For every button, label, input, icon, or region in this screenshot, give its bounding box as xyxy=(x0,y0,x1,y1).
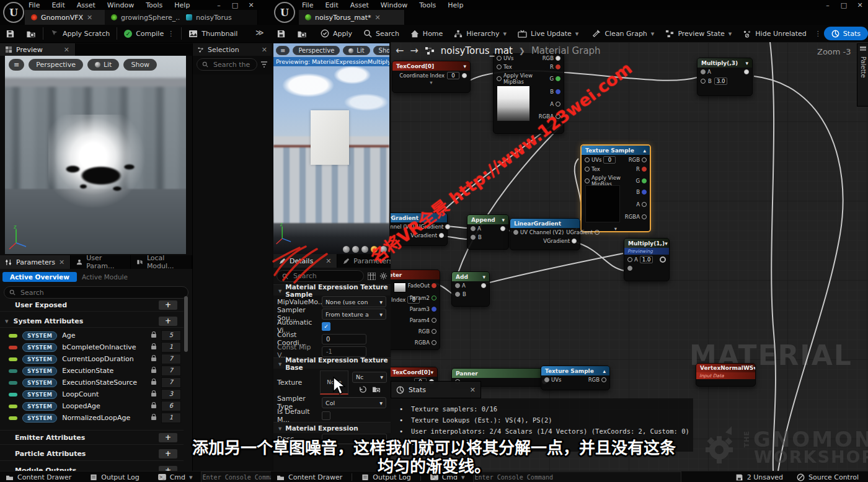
attribute-row[interactable]: SYSTEM bCompleteOnInactive 1 xyxy=(0,341,184,353)
unsaved-indicator[interactable]: * 2 Unsaved xyxy=(730,471,789,482)
const-coordinate-input[interactable]: 0 xyxy=(322,334,366,344)
menu-help[interactable]: Help xyxy=(174,1,190,9)
input-pin-tex[interactable] xyxy=(585,167,590,172)
parameters-tab[interactable]: Parameters ✕ xyxy=(0,255,71,269)
attribute-row[interactable]: SYSTEM ExecutionState 7 xyxy=(0,365,184,377)
output-pin-param2[interactable] xyxy=(432,296,436,300)
browse-asset-button[interactable] xyxy=(20,25,42,42)
cylinder-shape-button[interactable] xyxy=(343,246,350,253)
hide-unrelated-button[interactable]: Hide Unrelated xyxy=(737,25,812,42)
local-modules-tab[interactable]: Local Modul... xyxy=(131,255,192,269)
user-exposed-section[interactable]: User Exposed + xyxy=(0,299,184,312)
attribute-row[interactable]: SYSTEM NormalizedLoopAge 1 xyxy=(0,412,184,424)
output-pin-rgba[interactable] xyxy=(642,214,647,219)
ue-logo[interactable]: U xyxy=(3,2,24,23)
compile-button[interactable]: ✓ Compile ⋮ xyxy=(118,25,180,42)
input-pin-mipbias[interactable] xyxy=(585,178,590,183)
output-pin[interactable] xyxy=(642,157,647,162)
material-preview-viewport[interactable]: ≡ Perspective Lit Show Previewing: Mater… xyxy=(273,43,389,254)
mipvaluemode-dropdown[interactable]: None (use con▾ xyxy=(322,296,386,307)
attribute-row[interactable]: SYSTEM LoopedAge 6 xyxy=(0,400,184,412)
output-pin-ugradient[interactable] xyxy=(595,230,600,235)
input-pin[interactable] xyxy=(497,64,502,69)
chevron-down-icon[interactable]: ▾ xyxy=(278,360,281,367)
automatic-viewmip-checkbox[interactable]: ✓ xyxy=(322,322,330,331)
live-update-button[interactable]: Live Update ▾ xyxy=(512,25,584,42)
selection-search[interactable] xyxy=(197,58,257,71)
output-pin[interactable] xyxy=(744,69,749,74)
maximize-button[interactable]: □ xyxy=(227,1,243,9)
selection-tab[interactable]: Selection ✕ xyxy=(193,43,272,56)
node-texcoord-top[interactable]: TexCoord[0]▾ Coordinate Index0 ▾ xyxy=(392,61,471,93)
node-vertexnormalws[interactable]: VertexNormalWS▾ Input Data xyxy=(696,363,756,387)
chevron-down-icon[interactable]: ▾ xyxy=(482,274,485,280)
menu-edit[interactable]: Edit xyxy=(51,1,64,9)
input-pin-b[interactable] xyxy=(701,79,706,84)
menu-window[interactable]: Window xyxy=(107,1,134,9)
section-material-expression[interactable]: ▾ Material Expression xyxy=(273,422,391,433)
compile-options-icon[interactable]: ⋮ xyxy=(167,30,174,38)
filter-icon[interactable] xyxy=(260,61,268,68)
input-pin[interactable] xyxy=(497,56,502,61)
input-pin-uvchannel[interactable] xyxy=(513,230,518,235)
tab-growingsphere[interactable]: growingSphere_... xyxy=(105,10,192,25)
output-pin-g[interactable] xyxy=(642,178,647,183)
chevron-down-icon[interactable]: ▾ xyxy=(753,365,755,371)
hierarchy-button[interactable]: Hierarchy ▾ xyxy=(448,25,512,42)
stats-button[interactable]: Stats xyxy=(824,27,868,40)
output-pin[interactable] xyxy=(462,73,467,78)
output-pin-rgb[interactable] xyxy=(432,329,436,334)
menu-tools[interactable]: Tools xyxy=(146,1,162,9)
save-button[interactable] xyxy=(271,25,291,42)
node-add[interactable]: Add▾ A B xyxy=(451,271,490,307)
node-append[interactable]: Append▾ A B xyxy=(467,214,509,250)
attribute-row[interactable]: SYSTEM CurrentLoopDuration 7 xyxy=(0,353,184,365)
output-pin[interactable] xyxy=(556,56,560,61)
apply-button[interactable]: Apply xyxy=(315,25,358,42)
toolbar-overflow-chevron[interactable]: ≫ xyxy=(255,28,264,37)
toolbar-options-icon[interactable]: ⋮ xyxy=(815,30,822,38)
home-button[interactable]: Home xyxy=(405,25,448,42)
chevron-up-icon[interactable]: ▴ xyxy=(643,147,646,154)
chevron-down-icon[interactable]: ▾ xyxy=(745,60,748,66)
chevron-down-icon[interactable]: ▾ xyxy=(502,217,505,223)
thumbnail-button[interactable]: Thumbnail xyxy=(183,25,243,42)
minimize-button[interactable]: – xyxy=(820,1,836,9)
node-multiply1[interactable]: Multiply(1,)▾ Previewing A1.0 xyxy=(624,238,670,281)
input-pin-a[interactable] xyxy=(471,226,476,231)
save-button[interactable] xyxy=(0,25,20,42)
active-overview-button[interactable]: Active Overview xyxy=(2,272,77,282)
maximize-button[interactable]: □ xyxy=(836,1,852,9)
tab-noisytorus[interactable]: noisyTorus xyxy=(180,10,258,25)
input-pin[interactable] xyxy=(497,76,502,81)
lit-button[interactable]: Lit xyxy=(343,46,370,55)
close-icon[interactable]: ✕ xyxy=(59,258,64,266)
coordinate-index-value[interactable]: 0 xyxy=(447,72,459,79)
node-multiply3[interactable]: Multiply(,3)▾ A B3.0 xyxy=(697,58,753,96)
menu-asset[interactable]: Asset xyxy=(77,1,95,9)
output-pin-ugradient[interactable] xyxy=(445,224,450,229)
output-pin-r[interactable] xyxy=(642,167,647,172)
input-pin-a[interactable] xyxy=(455,283,460,288)
show-button[interactable]: Show xyxy=(123,59,157,71)
search-button[interactable]: Search xyxy=(358,25,405,42)
viewport-menu-button[interactable]: ≡ xyxy=(276,46,290,55)
output-pin[interactable] xyxy=(481,283,486,288)
menu-window[interactable]: Window xyxy=(381,1,407,9)
palette-tab[interactable]: Palette xyxy=(857,43,868,107)
browse-asset-button[interactable] xyxy=(291,25,312,42)
output-log-button[interactable]: Output Log xyxy=(84,471,144,482)
active-module-button[interactable]: Active Module xyxy=(82,273,128,281)
sphere-shape-button[interactable] xyxy=(352,246,359,253)
scrollbar[interactable] xyxy=(184,296,188,352)
attribute-row[interactable]: SYSTEM Age 5 xyxy=(0,330,184,341)
texture-asset-dropdown[interactable]: Nc▾ xyxy=(352,372,387,383)
apply-scratch-button[interactable]: Apply Scratch xyxy=(45,25,115,42)
forward-arrow-icon[interactable]: → xyxy=(410,45,418,56)
source-control-button[interactable]: Source Control xyxy=(791,471,864,482)
stats-panel-header[interactable]: Stats ✕ xyxy=(391,381,481,398)
input-pin-uvs[interactable] xyxy=(585,157,590,162)
close-icon[interactable]: ✕ xyxy=(64,46,69,54)
perspective-button[interactable]: Perspective xyxy=(293,46,340,55)
node-parameter[interactable]: Parameter FadeOut Index0 Param2 Param3 P… xyxy=(391,269,440,350)
